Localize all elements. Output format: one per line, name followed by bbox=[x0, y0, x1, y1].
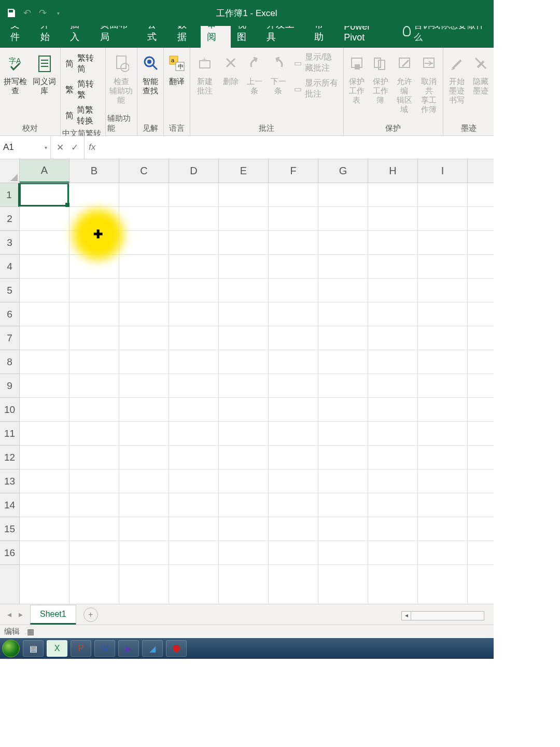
row-header-1[interactable]: 1 bbox=[0, 183, 19, 207]
thesaurus-button[interactable]: 同义词库 bbox=[31, 50, 59, 98]
title-bar: ↶ ↷ ▾ 工作簿1 - Excel bbox=[0, 0, 494, 26]
redo-button[interactable]: ↷ bbox=[35, 5, 50, 21]
protect-sheet-button: 保护工作表 bbox=[345, 50, 368, 107]
col-header-H[interactable]: H bbox=[368, 159, 418, 183]
smart-lookup-button[interactable]: 智能查找 bbox=[139, 50, 162, 98]
check-accessibility-button: 检查辅助功能 bbox=[107, 50, 135, 107]
taskbar-media[interactable]: ▶ bbox=[118, 640, 139, 657]
taskbar-app[interactable]: ◢ bbox=[142, 640, 163, 657]
name-box[interactable]: A1 bbox=[0, 136, 51, 159]
cell-grid[interactable]: ✚ bbox=[20, 183, 494, 604]
status-bar: 编辑 ▦ bbox=[0, 625, 494, 638]
window-title: 工作簿1 - Excel bbox=[216, 7, 277, 19]
column-headers: A B C D E F G H I bbox=[0, 159, 494, 183]
taskbar-powerpoint[interactable]: P bbox=[71, 640, 91, 657]
row-header-13[interactable]: 13 bbox=[0, 469, 19, 493]
row-header-7[interactable]: 7 bbox=[0, 326, 19, 350]
row-header-14[interactable]: 14 bbox=[0, 493, 19, 517]
formula-bar: A1 ✕ ✓ fx bbox=[0, 136, 494, 159]
translate-button[interactable]: a中 翻译 bbox=[165, 50, 188, 88]
row-header-10[interactable]: 10 bbox=[0, 398, 19, 422]
selected-cell[interactable] bbox=[19, 183, 69, 206]
group-chinese-conversion: 简繁转简 繁简转繁 简简繁转换 中文简繁转换 bbox=[61, 48, 106, 135]
undo-button[interactable]: ↶ bbox=[20, 5, 34, 21]
add-sheet-button[interactable]: + bbox=[83, 607, 98, 622]
hide-ink-button: 隐藏墨迹 bbox=[469, 50, 492, 98]
col-header-E[interactable]: E bbox=[219, 159, 269, 183]
simp-to-trad-button[interactable]: 繁简转繁 bbox=[62, 78, 104, 102]
row-header-9[interactable]: 9 bbox=[0, 374, 19, 398]
select-all-corner[interactable] bbox=[0, 159, 20, 183]
row-header-8[interactable]: 8 bbox=[0, 350, 19, 374]
taskbar-record[interactable] bbox=[166, 640, 187, 657]
svg-text:a: a bbox=[171, 57, 175, 63]
cancel-formula-button[interactable]: ✕ bbox=[54, 142, 66, 153]
smart-lookup-icon bbox=[143, 52, 158, 76]
new-comment-button: +新建批注 bbox=[192, 50, 218, 98]
trad-to-simp-button[interactable]: 简繁转简 bbox=[62, 52, 104, 76]
svg-rect-18 bbox=[374, 58, 381, 67]
row-header-4[interactable]: 4 bbox=[0, 255, 19, 279]
sheet-nav-next[interactable]: ▸ bbox=[19, 610, 23, 619]
row-header-5[interactable]: 5 bbox=[0, 279, 19, 302]
col-header-D[interactable]: D bbox=[169, 159, 219, 183]
col-header-A[interactable]: A bbox=[20, 159, 69, 183]
windows-taskbar: ▤ X P W ▶ ◢ bbox=[0, 638, 494, 659]
group-label: 语言 bbox=[169, 122, 185, 134]
trad-simp-icon: 简 bbox=[65, 59, 74, 68]
col-header-G[interactable]: G bbox=[318, 159, 368, 183]
row-header-15[interactable]: 15 bbox=[0, 517, 19, 541]
taskbar-word[interactable]: W bbox=[94, 640, 115, 657]
taskbar-explorer[interactable]: ▤ bbox=[23, 640, 44, 657]
svg-text:+: + bbox=[202, 57, 206, 63]
new-comment-icon: + bbox=[198, 52, 212, 76]
col-header-F[interactable]: F bbox=[269, 159, 318, 183]
fx-icon[interactable]: fx bbox=[85, 136, 100, 159]
group-label: 辅助功能 bbox=[107, 113, 135, 134]
next-icon bbox=[271, 52, 286, 76]
sheet-nav-prev[interactable]: ◂ bbox=[7, 610, 11, 619]
group-proofing: 字A 拼写检查 同义词库 校对 bbox=[0, 48, 61, 135]
comments-all-icon: ▭ bbox=[294, 84, 302, 93]
macro-record-icon[interactable]: ▦ bbox=[27, 627, 34, 637]
start-button[interactable] bbox=[2, 640, 20, 657]
horizontal-scrollbar[interactable]: ◂ bbox=[401, 611, 484, 620]
row-header-12[interactable]: 12 bbox=[0, 446, 19, 469]
formula-bar-buttons: ✕ ✓ bbox=[51, 136, 85, 159]
qat-dropdown[interactable]: ▾ bbox=[51, 5, 65, 21]
row-header-6[interactable]: 6 bbox=[0, 302, 19, 326]
comment-toggle-icon: ▭ bbox=[294, 58, 302, 67]
unshare-workbook-button: 取消共享工作簿 bbox=[417, 50, 442, 116]
enter-formula-button[interactable]: ✓ bbox=[68, 142, 81, 153]
thesaurus-icon bbox=[37, 52, 52, 76]
svg-line-8 bbox=[152, 65, 157, 70]
formula-input[interactable] bbox=[100, 136, 494, 159]
ribbon-tabs: 文件 开始 插入 页面布局 公式 数据 审阅 视图 开发工具 帮助 Power … bbox=[0, 26, 494, 48]
chinese-convert-button[interactable]: 简简繁转换 bbox=[62, 104, 104, 128]
svg-point-9 bbox=[147, 60, 151, 64]
protect-sheet-icon bbox=[349, 52, 364, 76]
col-header-C[interactable]: C bbox=[119, 159, 169, 183]
row-header-11[interactable]: 11 bbox=[0, 422, 19, 446]
show-all-comments-button: ▭显示所有批注 bbox=[291, 77, 342, 101]
group-insights: 智能查找 见解 bbox=[137, 48, 164, 135]
save-button[interactable] bbox=[4, 5, 19, 21]
taskbar-excel[interactable]: X bbox=[47, 640, 67, 657]
row-header-16[interactable]: 16 bbox=[0, 541, 19, 565]
protect-workbook-icon bbox=[373, 52, 388, 76]
fill-handle[interactable] bbox=[65, 203, 69, 207]
sheet-nav: ◂ ▸ bbox=[0, 610, 30, 619]
sheet-tab-1[interactable]: Sheet1 bbox=[30, 605, 76, 625]
group-label: 批注 bbox=[259, 122, 274, 134]
group-language: a中 翻译 语言 bbox=[164, 48, 190, 135]
row-header-2[interactable]: 2 bbox=[0, 207, 19, 231]
group-label: 见解 bbox=[143, 122, 158, 134]
row-header-3[interactable]: 3 bbox=[0, 231, 19, 255]
spell-check-button[interactable]: 字A 拼写检查 bbox=[2, 50, 30, 98]
col-header-I[interactable]: I bbox=[418, 159, 468, 183]
next-comment-button: 下一条 bbox=[267, 50, 290, 98]
group-comments: +新建批注 删除 上一条 下一条 ▭显示/隐藏批注 ▭显示所有批注 批注 bbox=[190, 48, 344, 135]
col-header-B[interactable]: B bbox=[69, 159, 119, 183]
svg-rect-20 bbox=[399, 58, 410, 67]
spreadsheet-grid: A B C D E F G H I 1 2 3 4 5 6 7 8 9 10 1… bbox=[0, 159, 494, 604]
